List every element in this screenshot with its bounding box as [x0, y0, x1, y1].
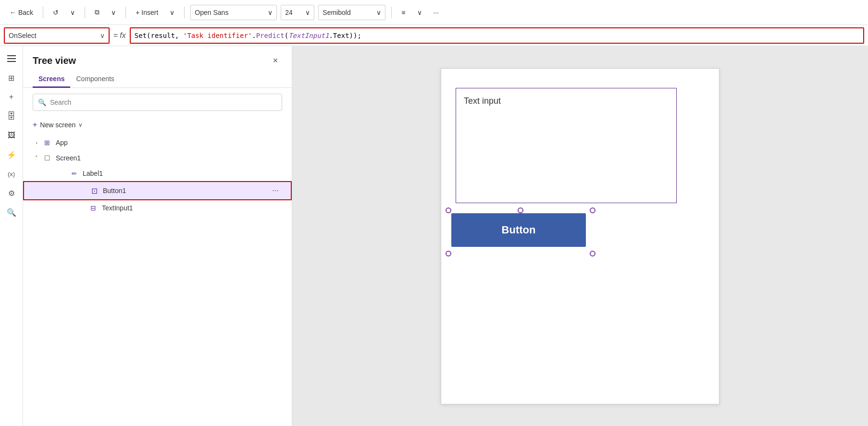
search-button[interactable]: 🔍	[3, 204, 20, 221]
add-icon: +	[9, 93, 13, 101]
app-icon: ⊞	[42, 138, 52, 147]
more-icon: ···	[434, 9, 439, 16]
label1-expand-icon	[60, 170, 67, 177]
font-chevron-icon: ∨	[268, 9, 273, 16]
add-control-button[interactable]: +	[3, 88, 20, 106]
tree-header: Tree view ×	[23, 46, 292, 71]
paste-dropdown-button[interactable]: ∨	[107, 7, 120, 18]
paste-chevron-icon: ∨	[111, 9, 116, 16]
formula-input[interactable]: Set(result, 'Task identifier'.Predict(Te…	[130, 27, 864, 44]
tree-close-button[interactable]: ×	[269, 54, 282, 67]
tab-components[interactable]: Components	[70, 71, 120, 88]
canvas-frame: Text input Button	[441, 68, 719, 404]
textinput1-label: TextInput1	[102, 204, 133, 212]
divider-2	[85, 7, 85, 18]
property-chevron-icon: ∨	[100, 32, 105, 39]
selection-handle-br	[590, 251, 595, 256]
back-button[interactable]: ← Back	[6, 7, 37, 18]
button-selection-wrapper: Button	[448, 210, 593, 254]
data-button[interactable]: 🗄	[3, 108, 20, 125]
formula-equals: = fx	[113, 31, 126, 40]
size-label: 24	[285, 9, 293, 16]
property-label: OnSelect	[9, 32, 37, 39]
tree-panel: Tree view × Screens Components 🔍 + New s…	[23, 46, 292, 426]
media-button[interactable]: 🖼	[3, 127, 20, 144]
layers-icon: ⊞	[8, 73, 14, 83]
selection-handle-tm	[518, 207, 523, 213]
tree-item-textinput1[interactable]: ⊟ TextInput1	[23, 200, 292, 216]
tree-tabs: Screens Components	[23, 71, 292, 88]
tree-title: Tree view	[33, 55, 76, 66]
divider-4	[184, 7, 185, 18]
canvas-text-input[interactable]: Text input	[456, 88, 677, 203]
connector-button[interactable]: ⚡	[3, 146, 20, 163]
insert-dropdown-button[interactable]: ∨	[166, 7, 178, 18]
font-label: Open Sans	[195, 9, 228, 16]
undo-dropdown-button[interactable]: ∨	[66, 7, 79, 18]
data-icon: 🗄	[7, 111, 16, 122]
variable-button[interactable]: (x)	[3, 165, 20, 183]
new-screen-label: New screen	[40, 121, 75, 129]
weight-label: Semibold	[322, 9, 350, 16]
selection-handle-tr	[590, 207, 595, 213]
property-selector[interactable]: OnSelect ∨	[4, 27, 110, 44]
menu-chevron-button[interactable]: ∨	[413, 7, 426, 18]
button1-more-button[interactable]: ···	[270, 185, 281, 196]
toolbar: ← Back ↺ ∨ ⧉ ∨ + Insert ∨ Open Sans ∨ 24…	[0, 0, 868, 25]
screen1-label: Screen1	[56, 154, 81, 162]
canvas-button[interactable]: Button	[451, 213, 586, 247]
size-chevron-icon: ∨	[305, 9, 310, 16]
search-input[interactable]	[50, 98, 277, 106]
back-label: Back	[18, 9, 33, 16]
paste-button[interactable]: ⧉	[91, 6, 103, 18]
font-dropdown[interactable]: Open Sans ∨	[190, 5, 277, 20]
weight-dropdown[interactable]: Semibold ∨	[318, 5, 385, 20]
new-screen-row[interactable]: + New screen ∨	[23, 117, 292, 135]
button1-expand-icon	[80, 187, 87, 195]
tree-item-label1[interactable]: ✏ Label1	[23, 166, 292, 181]
connector-icon: ⚡	[7, 150, 16, 159]
canvas-button-label: Button	[502, 224, 536, 236]
undo-icon: ↺	[53, 9, 59, 16]
tree-item-screen1[interactable]: ˅ ☐ Screen1	[23, 150, 292, 166]
label1-label: Label1	[83, 170, 103, 177]
divider-1	[43, 7, 43, 18]
tab-screens[interactable]: Screens	[33, 71, 70, 88]
plus-icon: +	[136, 9, 139, 16]
icon-strip: ⊞ + 🗄 🖼 ⚡ (x) ⚙ 🔍	[0, 46, 23, 426]
tree-search[interactable]: 🔍	[33, 94, 282, 111]
search-strip-icon: 🔍	[7, 208, 16, 217]
main-layout: ⊞ + 🗄 🖼 ⚡ (x) ⚙ 🔍 Tree view ×	[0, 46, 868, 426]
tree-items: › ⊞ App ˅ ☐ Screen1 ✏ Label1 ⊡	[23, 135, 292, 426]
controls-icon: ⚙	[8, 189, 15, 198]
new-screen-plus-icon: +	[33, 121, 37, 129]
menu-button[interactable]: ≡	[397, 7, 409, 18]
size-dropdown[interactable]: 24 ∨	[281, 5, 314, 20]
chevron-down-icon: ∨	[70, 9, 75, 16]
app-expand-icon: ›	[33, 139, 40, 146]
menu-icon: ≡	[401, 9, 405, 16]
tree-item-app[interactable]: › ⊞ App	[23, 135, 292, 150]
new-screen-chevron-icon: ∨	[78, 122, 83, 128]
variable-icon: (x)	[8, 170, 15, 178]
hamburger-button[interactable]	[3, 50, 20, 67]
insert-label: Insert	[141, 9, 158, 16]
divider-3	[125, 7, 126, 18]
selection-handle-bl	[446, 251, 451, 256]
textinput1-icon: ⊟	[88, 203, 98, 213]
more-options-button[interactable]: ···	[430, 7, 443, 18]
text-input-label: Text input	[464, 96, 501, 106]
undo-button[interactable]: ↺	[49, 7, 62, 18]
weight-chevron-icon: ∨	[376, 9, 381, 16]
tree-item-button1[interactable]: ⊡ Button1 ···	[23, 181, 292, 200]
label1-icon: ✏	[69, 169, 79, 178]
paste-icon: ⧉	[95, 8, 99, 16]
formula-text: Set(result, 'Task identifier'.Predict(Te…	[135, 32, 361, 39]
back-icon: ←	[10, 9, 16, 16]
controls-button[interactable]: ⚙	[3, 184, 20, 202]
screen1-expand-icon: ˅	[33, 154, 40, 162]
app-label: App	[56, 139, 68, 146]
fx-label: fx	[120, 31, 125, 40]
insert-button[interactable]: + Insert	[132, 7, 162, 18]
layers-button[interactable]: ⊞	[3, 69, 20, 86]
